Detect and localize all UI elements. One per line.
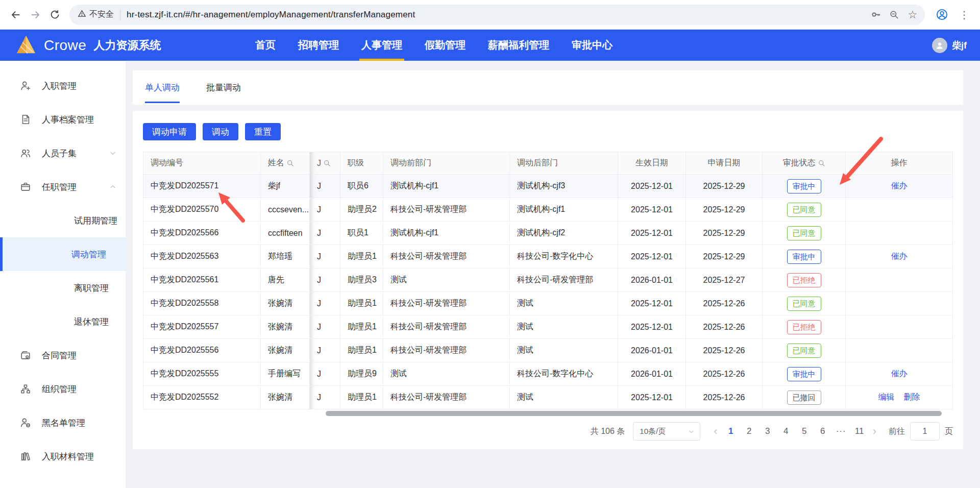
column-header-name: 姓名 (261, 152, 310, 175)
search-icon[interactable] (287, 160, 294, 167)
sidebar-subitem-离职管理[interactable]: 离职管理 (0, 271, 126, 305)
page-number-2[interactable]: 2 (741, 426, 757, 436)
action-link-催办[interactable]: 催办 (891, 252, 908, 260)
search-icon[interactable] (324, 160, 331, 167)
page-number-3[interactable]: 3 (760, 426, 776, 436)
sidebar-item-入职管理[interactable]: 入职管理 (0, 69, 126, 103)
cell-dept_after: 测试机构-cjf3 (510, 175, 618, 198)
table-row[interactable]: 中竞发DD2025556张婉清J助理员1科技公司-研发管理部测试2026-01-… (143, 339, 953, 362)
page-number-6[interactable]: 6 (815, 426, 831, 436)
url-text: hr-test.zjf-it.cn/#/hr-anagement/employM… (127, 10, 415, 20)
table-row[interactable]: 中竞发DD2025555手册编写J助理员9测试科技公司-数字化中心2026-01… (143, 362, 953, 386)
sidebar-item-合同管理[interactable]: 合同管理 (0, 338, 126, 372)
cell-clipped: J (310, 175, 340, 198)
cell-status: 已撤回 (763, 386, 846, 409)
security-chip[interactable]: 不安全 (78, 9, 120, 20)
table-row[interactable]: 中竞发DD2025558张婉清J助理员1科技公司-研发管理部测试2025-12-… (143, 292, 953, 315)
cell-effective_date: 2025-12-01 (618, 175, 686, 198)
cell-name: 手册编写 (261, 362, 310, 386)
sidebar-item-入职材料管理[interactable]: 入职材料管理 (0, 440, 126, 473)
nav-item-薪酬福利管理[interactable]: 薪酬福利管理 (488, 30, 549, 61)
page-number-1[interactable]: 1 (723, 426, 739, 436)
cell-id: 中竞发DD2025571 (143, 175, 261, 198)
sidebar-item-黑名单管理[interactable]: 黑名单管理 (0, 406, 126, 440)
main-content: 单人调动批量调动 调动申请调动重置 调动编号姓名J职级调动前部门调动后部门生效日… (126, 61, 980, 488)
status-badge: 已同意 (787, 297, 821, 311)
horizontal-scrollbar-thumb[interactable] (326, 411, 942, 416)
table-row[interactable]: 中竞发DD2025563郑培瑶J助理员1科技公司-研发管理部科技公司-数字化中心… (143, 245, 953, 269)
status-badge: 已拒绝 (787, 273, 821, 287)
tab-单人调动[interactable]: 单人调动 (145, 70, 180, 105)
page-size-select[interactable]: 10条/页 (633, 422, 700, 441)
cell-dept_after: 测试 (510, 292, 618, 315)
cell-id: 中竞发DD2025558 (143, 292, 261, 315)
pagination: 共 106 条 10条/页 ‹ 123456···11 › 前往 页 (143, 418, 953, 445)
sidebar-subitem-退休管理[interactable]: 退休管理 (0, 305, 126, 338)
table-row[interactable]: 中竞发DD2025570cccseven...J助理员2科技公司-研发管理部测试… (143, 198, 953, 222)
cell-actions: 催办 (846, 362, 953, 386)
action-link-编辑[interactable]: 编辑 (878, 393, 895, 401)
cell-actions: 编辑删除 (846, 386, 953, 409)
action-link-催办[interactable]: 催办 (891, 181, 908, 190)
nav-item-假勤管理[interactable]: 假勤管理 (425, 30, 465, 61)
briefcase-icon (19, 181, 32, 193)
nav-item-首页[interactable]: 首页 (255, 30, 276, 61)
goto-page-input[interactable] (910, 422, 940, 441)
sidebar-item-label: 黑名单管理 (42, 417, 85, 429)
page-number-4[interactable]: 4 (778, 426, 794, 436)
sidebar-subitem-调动管理[interactable]: 调动管理 (0, 237, 126, 271)
pagination-total: 共 106 条 (591, 426, 625, 437)
cell-clipped: J (310, 315, 340, 339)
chrome-profile-icon[interactable] (932, 5, 951, 25)
back-icon[interactable] (6, 5, 26, 25)
cell-apply_date: 2025-12-26 (686, 292, 763, 315)
browser-menu-icon[interactable]: ⋮ (954, 5, 974, 25)
cell-effective_date: 2025-12-01 (618, 292, 686, 315)
chevron-up-icon (109, 183, 116, 190)
status-badge: 已撤回 (787, 391, 821, 405)
toolbar-button-调动[interactable]: 调动 (203, 123, 238, 140)
toolbar-button-调动申请[interactable]: 调动申请 (143, 123, 196, 140)
person-add-icon (19, 80, 32, 92)
sidebar-subitem-试用期管理[interactable]: 试用期管理 (0, 204, 126, 237)
cell-apply_date: 2025-12-26 (686, 315, 763, 339)
cell-rank: 助理员9 (340, 362, 383, 386)
refresh-icon[interactable] (45, 5, 64, 25)
table-row[interactable]: 中竞发DD2025557张婉清J助理员1科技公司-研发管理部测试2025-12-… (143, 315, 953, 339)
cell-dept_before: 测试机构-cjf1 (383, 175, 510, 198)
table-row[interactable]: 中竞发DD2025571柴jfJ职员6测试机构-cjf1测试机构-cjf3202… (143, 175, 953, 198)
cell-name: cccseven... (261, 198, 310, 222)
cell-dept_before: 科技公司-研发管理部 (383, 315, 510, 339)
zoom-icon[interactable] (885, 6, 903, 24)
app-header: Crowe 人力资源系统 首页招聘管理人事管理假勤管理薪酬福利管理审批中心 柴j… (0, 30, 980, 61)
cell-id: 中竞发DD2025557 (143, 315, 261, 339)
page-number-5[interactable]: 5 (796, 426, 813, 436)
nav-item-人事管理[interactable]: 人事管理 (361, 30, 402, 61)
url-bar[interactable]: 不安全 hr-test.zjf-it.cn/#/hr-anagement/emp… (69, 5, 925, 25)
nav-item-招聘管理[interactable]: 招聘管理 (298, 30, 339, 61)
sidebar-item-组织管理[interactable]: 组织管理 (0, 372, 126, 406)
page-number-11[interactable]: 11 (851, 426, 868, 436)
forward-icon[interactable] (26, 5, 45, 25)
brand-word: Crowe (44, 37, 86, 54)
sidebar-item-任职管理[interactable]: 任职管理 (0, 170, 126, 204)
prev-page-icon[interactable]: ‹ (714, 426, 717, 437)
action-link-删除[interactable]: 删除 (904, 393, 920, 401)
cell-rank: 助理员2 (340, 198, 383, 222)
tab-批量调动[interactable]: 批量调动 (206, 70, 241, 105)
search-icon[interactable] (818, 160, 825, 167)
table-row[interactable]: 中竞发DD2025566cccfifteenJ职员1测试机构-cjf1测试机构-… (143, 222, 953, 245)
sidebar-item-人事档案管理[interactable]: 人事档案管理 (0, 103, 126, 136)
cell-dept_after: 测试 (510, 315, 618, 339)
bookmark-star-icon[interactable]: ☆ (903, 6, 922, 24)
action-link-催办[interactable]: 催办 (891, 369, 908, 378)
sidebar-item-label: 组织管理 (42, 383, 77, 395)
password-key-icon[interactable] (867, 6, 885, 24)
table-row[interactable]: 中竞发DD2025552张婉清J助理员1科技公司-研发管理部测试2025-12-… (143, 386, 953, 409)
user-menu[interactable]: 柴jf (932, 30, 980, 61)
nav-item-审批中心[interactable]: 审批中心 (572, 30, 612, 61)
sidebar-item-人员子集[interactable]: 人员子集 (0, 136, 126, 170)
table-row[interactable]: 中竞发DD2025561唐先J助理员3测试科技公司-研发管理部2026-01-0… (143, 269, 953, 292)
next-page-icon[interactable]: › (873, 426, 876, 437)
toolbar-button-重置[interactable]: 重置 (245, 123, 281, 140)
